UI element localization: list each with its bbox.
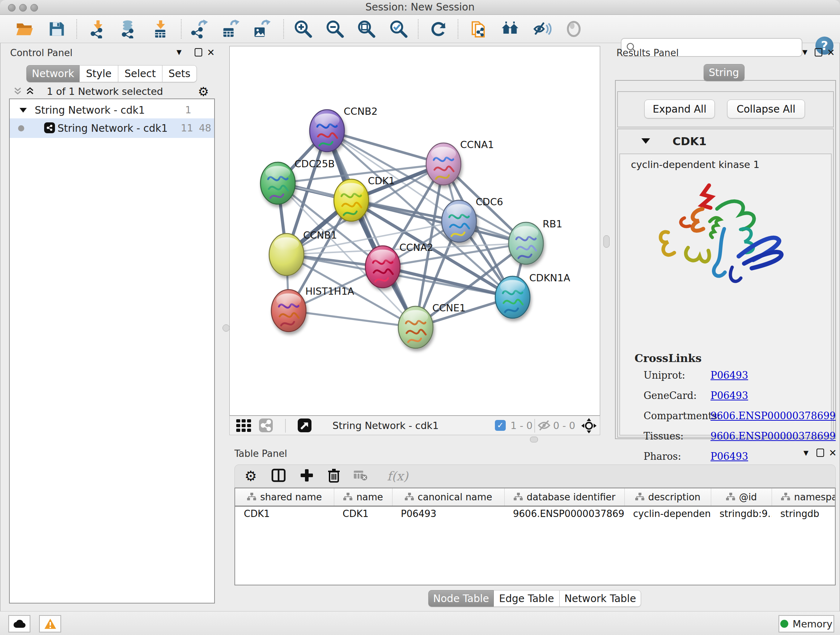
network-options-gear-icon[interactable]: ⚙ bbox=[198, 84, 209, 99]
zoom-fit-content-icon[interactable] bbox=[357, 19, 376, 38]
import-network-from-database-icon[interactable] bbox=[119, 19, 138, 38]
column-header-at-id[interactable]: @id bbox=[711, 488, 772, 506]
float-panel-icon[interactable]: ▼ bbox=[177, 48, 182, 56]
restore-panel-icon[interactable] bbox=[816, 448, 824, 457]
cell-name[interactable]: CDK1 bbox=[334, 506, 392, 522]
tab-network-table[interactable]: Network Table bbox=[560, 590, 641, 607]
column-header-shared-name[interactable]: shared name bbox=[235, 488, 334, 506]
tab-style[interactable]: Style bbox=[80, 65, 118, 82]
export-table-icon[interactable] bbox=[221, 19, 240, 38]
zoom-in-icon[interactable] bbox=[294, 19, 313, 38]
node-label-CCNB2: CCNB2 bbox=[344, 106, 378, 117]
open-session-icon[interactable] bbox=[15, 19, 34, 38]
network-node-CDKN1A[interactable]: CDKN1A bbox=[495, 272, 570, 318]
export-network-icon[interactable] bbox=[190, 19, 209, 38]
collapse-all-button[interactable]: Collapse All bbox=[727, 100, 805, 119]
warnings-button[interactable] bbox=[39, 615, 61, 632]
tab-edge-table[interactable]: Edge Table bbox=[494, 590, 560, 607]
results-panel-title: Results Panel bbox=[616, 48, 679, 58]
collapse-all-networks-icon[interactable] bbox=[14, 87, 22, 97]
zoom-selected-icon[interactable] bbox=[389, 19, 408, 38]
open-in-window-icon[interactable] bbox=[298, 418, 311, 432]
network-node-HIST1H1A[interactable]: HIST1H1A bbox=[271, 286, 355, 332]
node-label-CCNA2: CCNA2 bbox=[399, 242, 433, 253]
network-edge-HIST1H1A-CCNE1[interactable] bbox=[289, 310, 416, 327]
column-header-description[interactable]: description bbox=[624, 488, 711, 506]
save-session-icon[interactable] bbox=[47, 19, 66, 38]
import-network-from-file-icon[interactable] bbox=[88, 19, 107, 38]
network-canvas[interactable]: CCNB2CCNA1CDC25BCDK1CDC6RB1CCNB1CCNA2CDK… bbox=[229, 46, 600, 416]
main-toolbar: ? bbox=[0, 15, 840, 43]
crosslink-compartments-link[interactable]: 9606.ENSP00000378699 bbox=[711, 410, 836, 421]
control-panel-tabs: NetworkStyleSelectSets bbox=[27, 65, 197, 82]
column-header-canonical-name[interactable]: canonical name bbox=[392, 488, 504, 506]
delete-table-icon[interactable] bbox=[353, 469, 368, 483]
clone-network-icon[interactable] bbox=[469, 19, 488, 38]
crosslinks-heading: CrossLinks bbox=[635, 352, 701, 364]
crosslink-genecard-link[interactable]: P06493 bbox=[711, 390, 748, 401]
crosslink-label: Tissues: bbox=[644, 431, 684, 442]
network-row-selected[interactable]: String Network - cdk1 11 48 bbox=[10, 119, 214, 138]
close-panel-icon[interactable]: ✕ bbox=[207, 47, 215, 58]
network-overview-icon[interactable] bbox=[259, 418, 273, 432]
column-header-database-identifier[interactable]: database identifier bbox=[504, 488, 624, 506]
tab-select[interactable]: Select bbox=[118, 65, 163, 82]
network-graph[interactable]: CCNB2CCNA1CDC25BCDK1CDC6RB1CCNB1CCNA2CDK… bbox=[230, 46, 600, 415]
close-panel-icon[interactable]: ✕ bbox=[829, 448, 837, 458]
tab-node-table[interactable]: Node Table bbox=[428, 590, 494, 607]
memory-button[interactable]: Memory bbox=[778, 615, 834, 632]
export-image-icon[interactable] bbox=[252, 19, 271, 38]
crosslink-uniprot-link[interactable]: P06493 bbox=[711, 370, 748, 381]
cell-at-id[interactable]: stringdb:9... bbox=[711, 506, 772, 522]
function-builder-icon[interactable]: f(x) bbox=[387, 469, 408, 483]
section-collapse-icon[interactable] bbox=[641, 137, 651, 146]
expand-all-networks-icon[interactable] bbox=[26, 87, 34, 97]
cell-namespace[interactable]: stringdb bbox=[772, 506, 836, 522]
right-splitter-handle[interactable] bbox=[603, 235, 609, 248]
restore-panel-icon[interactable] bbox=[815, 48, 822, 57]
show-all-home-icon[interactable] bbox=[501, 19, 520, 38]
toolbar-separator bbox=[418, 19, 418, 39]
cloud-status-button[interactable] bbox=[8, 615, 30, 632]
network-node-CCNA1[interactable]: CCNA1 bbox=[426, 139, 494, 185]
network-collection-row[interactable]: String Network - cdk1 1 bbox=[10, 101, 214, 120]
table-options-gear-icon[interactable]: ⚙ bbox=[245, 468, 257, 484]
zoom-out-icon[interactable] bbox=[325, 19, 344, 38]
node-label-CDKN1A: CDKN1A bbox=[529, 272, 570, 283]
left-splitter-handle[interactable] bbox=[223, 325, 230, 332]
bottom-splitter-handle[interactable] bbox=[530, 437, 538, 442]
hide-selected-eye-icon[interactable] bbox=[533, 19, 552, 38]
tab-string[interactable]: String bbox=[704, 64, 745, 81]
column-header-name[interactable]: name bbox=[334, 488, 392, 506]
network-node-RB1[interactable]: RB1 bbox=[508, 218, 562, 264]
delete-column-trash-icon[interactable] bbox=[327, 468, 340, 484]
cell-canonical-name[interactable]: P06493 bbox=[392, 506, 504, 522]
table-row[interactable]: CDK1CDK1P064939606.ENSP00000378699cyclin… bbox=[235, 506, 836, 522]
column-header-namespace[interactable]: namespace bbox=[772, 488, 836, 506]
float-panel-icon[interactable]: ▼ bbox=[804, 449, 808, 456]
show-hidden-eye-icon[interactable] bbox=[564, 19, 583, 38]
crosslink-tissues-link[interactable]: 9606.ENSP00000378699 bbox=[711, 431, 836, 442]
import-table-from-file-icon[interactable] bbox=[151, 19, 170, 38]
expand-all-button[interactable]: Expand All bbox=[644, 100, 715, 119]
close-panel-icon[interactable]: ✕ bbox=[827, 47, 835, 58]
tab-network[interactable]: Network bbox=[27, 65, 80, 82]
node-label-CCNA1: CCNA1 bbox=[460, 139, 494, 150]
cell-database-identifier[interactable]: 9606.ENSP00000378699 bbox=[504, 506, 624, 522]
collection-expand-icon[interactable] bbox=[19, 107, 27, 115]
show-columns-icon[interactable] bbox=[271, 468, 286, 484]
hidden-eye-icon[interactable] bbox=[537, 419, 551, 433]
network-node-CCNE1[interactable]: CCNE1 bbox=[398, 302, 466, 348]
tab-sets[interactable]: Sets bbox=[163, 65, 197, 82]
fit-selected-crosshair-icon[interactable] bbox=[581, 418, 597, 435]
table-toolbar: ⚙ f(x) bbox=[234, 464, 836, 488]
restore-panel-icon[interactable] bbox=[195, 48, 202, 57]
grid-view-icon[interactable] bbox=[236, 419, 252, 434]
refresh-icon[interactable] bbox=[429, 19, 448, 38]
create-column-plus-icon[interactable] bbox=[300, 469, 314, 484]
float-panel-icon[interactable]: ▼ bbox=[802, 48, 807, 56]
toolbar-separator bbox=[458, 19, 458, 39]
selected-checkbox-icon[interactable]: ✓ bbox=[495, 420, 506, 431]
cell-description[interactable]: cyclin-dependent ... bbox=[624, 506, 711, 522]
cell-shared-name[interactable]: CDK1 bbox=[235, 506, 334, 522]
